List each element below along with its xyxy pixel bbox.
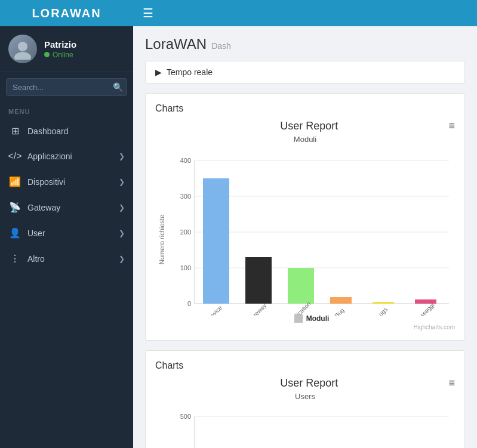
signal-icon: 📶 bbox=[8, 176, 21, 187]
chevron-right-icon: ❯ bbox=[119, 255, 125, 263]
sidebar-item-label: Altro bbox=[27, 254, 119, 264]
bar-chart-svg: 400 300 200 100 0 bbox=[168, 149, 455, 316]
chevron-right-icon: ❯ bbox=[119, 152, 125, 160]
bar-logs bbox=[373, 302, 394, 304]
chart-title-row-2: User Report ≡ bbox=[155, 377, 455, 390]
chart-subtitle-2: Users bbox=[155, 392, 455, 401]
bar-messaggi bbox=[415, 299, 436, 304]
sidebar-item-label: Gateway bbox=[27, 203, 119, 212]
chart-section-title-1: Charts bbox=[155, 103, 455, 114]
user-info: Patrizio Online bbox=[44, 39, 76, 59]
chart-legend-1: Moduli bbox=[168, 314, 455, 323]
sidebar-item-label: User bbox=[27, 228, 119, 238]
content-area: LoraWAN Dash ▶ Tempo reale Charts User R… bbox=[133, 26, 477, 448]
status-label: Online bbox=[53, 51, 73, 59]
chart-card-1: Charts User Report ≡ Moduli Numero richi… bbox=[145, 93, 465, 341]
avatar bbox=[8, 35, 37, 63]
menu-label: MENU bbox=[0, 102, 133, 118]
sidebar-item-dispositivi[interactable]: 📶 Dispositivi ❯ bbox=[0, 169, 133, 194]
realtime-label: Tempo reale bbox=[167, 67, 213, 77]
realtime-bar[interactable]: ▶ Tempo reale bbox=[145, 61, 465, 84]
svg-text:500: 500 bbox=[180, 413, 191, 420]
chevron-right-icon: ❯ bbox=[119, 203, 125, 212]
dashboard-icon: ⊞ bbox=[8, 125, 21, 137]
svg-text:100: 100 bbox=[180, 264, 191, 271]
page-subtitle: Dash bbox=[211, 41, 231, 51]
chart-menu-icon-2[interactable]: ≡ bbox=[448, 377, 455, 390]
sidebar-item-dashboard[interactable]: ⊞ Dashboard bbox=[0, 118, 133, 144]
chart-title-row: User Report ≡ bbox=[155, 120, 455, 132]
chevron-right-icon: ❯ bbox=[119, 229, 125, 237]
chart-menu-icon-1[interactable]: ≡ bbox=[448, 120, 455, 132]
sidebar-item-applicazioni[interactable]: </> Applicazioni ❯ bbox=[0, 144, 133, 169]
altro-icon: ⋮ bbox=[8, 253, 21, 264]
search-box[interactable]: 🔍 bbox=[6, 78, 127, 96]
main-content: ☰ LoraWAN Dash ▶ Tempo reale Charts User… bbox=[133, 0, 477, 448]
y-axis-label: Numero richieste bbox=[158, 215, 165, 264]
sidebar-item-label: Dashboard bbox=[27, 126, 125, 136]
sidebar-item-altro[interactable]: ⋮ Altro ❯ bbox=[0, 246, 133, 271]
svg-text:400: 400 bbox=[180, 157, 191, 164]
chart-subtitle-1: Moduli bbox=[155, 135, 455, 144]
sidebar-item-gateway[interactable]: 📡 Gateway ❯ bbox=[0, 194, 133, 220]
chart2-partial-svg: 500 bbox=[168, 410, 455, 448]
svg-text:200: 200 bbox=[180, 228, 191, 236]
svg-text:Bug: Bug bbox=[333, 307, 345, 316]
app-title: LORAWAN bbox=[32, 7, 101, 20]
user-profile-area: Patrizio Online bbox=[0, 26, 133, 72]
play-icon: ▶ bbox=[155, 67, 162, 77]
bar-application bbox=[288, 268, 314, 304]
sidebar-item-label: Dispositivi bbox=[27, 177, 119, 187]
user-status: Online bbox=[44, 51, 76, 59]
svg-point-1 bbox=[14, 52, 31, 60]
search-icon: 🔍 bbox=[113, 82, 123, 92]
bar-device bbox=[203, 178, 229, 304]
hamburger-icon[interactable]: ☰ bbox=[143, 6, 153, 20]
svg-text:Device: Device bbox=[206, 304, 224, 316]
legend-label-moduli: Moduli bbox=[306, 314, 330, 323]
svg-text:300: 300 bbox=[180, 193, 191, 200]
legend-color-moduli bbox=[294, 314, 303, 323]
sidebar-item-user[interactable]: 👤 User ❯ bbox=[0, 220, 133, 246]
search-input[interactable] bbox=[13, 83, 113, 92]
top-bar: ☰ bbox=[133, 0, 477, 26]
code-icon: </> bbox=[8, 151, 21, 162]
page-header: LoraWAN Dash bbox=[145, 36, 465, 52]
username: Patrizio bbox=[44, 39, 76, 50]
chart-title-2: User Report bbox=[170, 377, 448, 390]
bar-bug bbox=[330, 297, 352, 304]
sidebar-item-label: Applicazioni bbox=[27, 152, 119, 161]
user-icon: 👤 bbox=[8, 227, 21, 239]
chart-title-1: User Report bbox=[170, 120, 448, 132]
page-title: LoraWAN bbox=[145, 36, 207, 52]
svg-text:0: 0 bbox=[187, 300, 191, 307]
svg-point-0 bbox=[18, 42, 27, 51]
bar-gateway bbox=[245, 257, 272, 304]
sidebar: LORAWAN Patrizio Online 🔍 MENU ⊞ bbox=[0, 0, 133, 448]
sidebar-header: LORAWAN bbox=[0, 0, 133, 26]
status-indicator bbox=[44, 52, 50, 57]
search-area: 🔍 bbox=[0, 72, 133, 102]
chart-card-2: Charts User Report ≡ Users 500 bbox=[145, 350, 465, 448]
gateway-icon: 📡 bbox=[8, 202, 21, 213]
svg-text:Gateway: Gateway bbox=[247, 302, 268, 316]
chevron-right-icon: ❯ bbox=[119, 178, 125, 186]
svg-text:Logs: Logs bbox=[375, 306, 389, 316]
highcharts-credit-1: Highcharts.com bbox=[168, 324, 455, 330]
chart-section-title-2: Charts bbox=[155, 360, 455, 371]
